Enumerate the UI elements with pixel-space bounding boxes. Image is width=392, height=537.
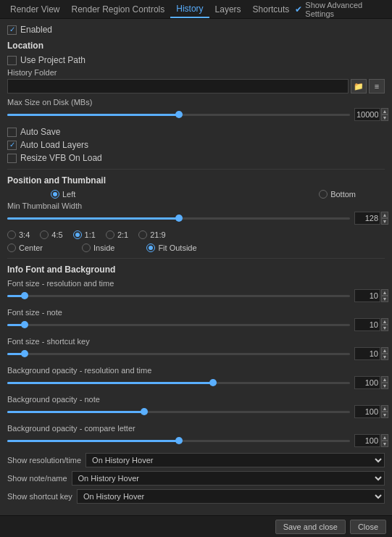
max-size-track[interactable] [7,114,350,116]
bg-opacity-compare-thumb[interactable] [175,437,183,444]
min-thumb-value-box: ▲ ▼ [354,212,385,225]
min-thumb-slider-control: ▲ ▼ [7,212,385,225]
info-font-title: Info Font and Background [7,265,385,275]
use-project-path-checkbox[interactable]: Use Project Path [7,55,385,65]
pos-bottom-radio[interactable]: Bottom [319,190,356,199]
show-shortcut-select[interactable]: On History Hover Always Never [77,489,385,504]
bg-opacity-compare-track[interactable] [7,440,350,442]
font-size-note-slider-row: Font size - note ▲▼ [7,308,385,331]
max-size-thumb[interactable] [175,111,183,118]
show-advanced-label: Show Advanced Settings [305,1,388,18]
align-row: Center Inside Fit Outside [7,243,385,252]
tab-render-region[interactable]: Render Region Controls [65,1,170,17]
ratio-3-4-radio[interactable]: 3:4 [7,230,30,239]
main-content: Enabled Location Use Project Path Histor… [0,19,392,515]
pos-bottom-label: Bottom [330,190,356,199]
bg-opacity-compare-input[interactable] [354,434,380,447]
min-thumb-track[interactable] [7,217,350,220]
history-folder-input[interactable] [7,79,349,93]
enabled-label: Enabled [20,25,52,35]
font-size-note-track[interactable] [7,324,350,326]
font-size-shortcut-thumb[interactable] [21,350,28,357]
min-thumb-thumb[interactable] [175,215,183,222]
auto-load-layers-cb-box [7,141,17,150]
show-res-time-label: Show resolution/time [7,456,81,465]
ratio-2-1-radio[interactable]: 2:1 [106,230,128,239]
pos-left-radio[interactable]: Left [51,190,75,199]
ratio-21-9-radio[interactable]: 21:9 [138,230,165,239]
tab-render-view[interactable]: Render View [4,1,65,17]
max-size-spin-down[interactable]: ▼ [381,115,388,121]
save-and-close-button[interactable]: Save and close [275,520,346,534]
min-thumb-value-input[interactable] [354,212,380,225]
max-size-spin-up[interactable]: ▲ [381,108,388,115]
font-size-shortcut-input[interactable] [354,347,380,360]
ratio-4-5-label: 4:5 [51,230,62,239]
bg-opacity-note-track[interactable] [7,411,350,413]
bg-opacity-res-label: Background opacity - resolution and time [7,366,385,375]
ratio-21-9-btn [138,230,147,239]
font-size-shortcut-track[interactable] [7,353,350,355]
font-size-res-input[interactable] [354,289,380,302]
min-thumb-spin-down[interactable]: ▼ [381,218,388,225]
font-size-res-thumb[interactable] [21,292,28,299]
min-thumb-spin-up[interactable]: ▲ [381,212,388,218]
auto-save-checkbox[interactable]: Auto Save [7,127,385,137]
pos-left-radio-btn [51,190,59,199]
resize-vfb-checkbox[interactable]: Resize VFB On Load [7,153,385,163]
show-note-select[interactable]: On History Hover Always Never [72,471,385,486]
show-res-time-select[interactable]: On History Hover Always Never [86,453,385,467]
ratio-3-4-label: 3:4 [19,230,30,239]
bg-opacity-note-slider-row: Background opacity - note ▲▼ [7,395,385,418]
use-project-path-label: Use Project Path [20,55,86,65]
font-size-res-slider-row: Font size - resolution and time ▲▼ [7,279,385,302]
font-size-note-input[interactable] [354,318,380,331]
max-size-value-input[interactable] [354,108,380,121]
max-size-value-box: ▲ ▼ [354,108,385,121]
ratio-4-5-radio[interactable]: 4:5 [40,230,62,239]
ratio-2-1-label: 2:1 [117,230,128,239]
max-size-fill [7,114,179,116]
bg-opacity-res-track[interactable] [7,382,350,384]
tab-layers[interactable]: Layers [209,1,247,17]
font-size-res-track[interactable] [7,295,350,297]
align-center-label: Center [19,243,43,252]
tab-history[interactable]: History [170,1,209,18]
align-inside-radio[interactable]: Inside [82,243,114,252]
font-size-note-thumb[interactable] [21,321,28,328]
max-size-label: Max Size on Disk (MBs) [7,98,385,107]
divider-1 [7,169,385,170]
min-thumb-slider-row: Min Thumbnail Width ▲ ▼ [7,201,385,225]
show-advanced-check: ✔ [295,4,302,14]
tab-shortcuts[interactable]: Shortcuts [247,1,296,17]
auto-load-layers-checkbox[interactable]: Auto Load Layers [7,140,385,150]
show-shortcut-row: Show shortcut key On History Hover Alway… [7,489,385,504]
top-nav: Render View Render Region Controls Histo… [0,0,392,19]
bg-opacity-compare-slider-row: Background opacity - compare letter ▲▼ [7,424,385,447]
auto-save-cb-box [7,128,17,137]
bg-opacity-res-input[interactable] [354,376,380,389]
bg-opacity-res-slider-row: Background opacity - resolution and time… [7,366,385,389]
font-size-shortcut-label: Font size - shortcut key [7,337,385,346]
history-folder-label: History Folder [7,68,385,77]
enabled-row: Enabled [7,25,385,35]
align-center-radio[interactable]: Center [7,243,43,252]
enabled-checkbox[interactable]: Enabled [7,25,52,35]
folder-browse-button[interactable]: 📁 [351,79,367,93]
close-button[interactable]: Close [350,520,386,534]
ratio-1-1-radio[interactable]: 1:1 [73,230,96,239]
folder-list-button[interactable]: ≡ [369,79,385,93]
ratio-3-4-btn [7,230,16,239]
bg-opacity-note-input[interactable] [354,405,380,418]
ratio-2-1-btn [106,230,114,239]
align-fit-outside-radio[interactable]: Fit Outside [146,243,196,252]
auto-save-label: Auto Save [20,127,60,137]
bg-opacity-note-thumb[interactable] [141,408,148,415]
position-thumbnail-title: Position and Thumbnail [7,175,385,186]
ratio-1-1-label: 1:1 [85,230,96,239]
show-advanced-toggle[interactable]: ✔ Show Advanced Settings [295,1,388,18]
ratio-1-1-btn [73,230,82,239]
ratio-21-9-label: 21:9 [150,230,165,239]
align-inside-label: Inside [93,243,114,252]
bg-opacity-res-thumb[interactable] [209,379,217,386]
